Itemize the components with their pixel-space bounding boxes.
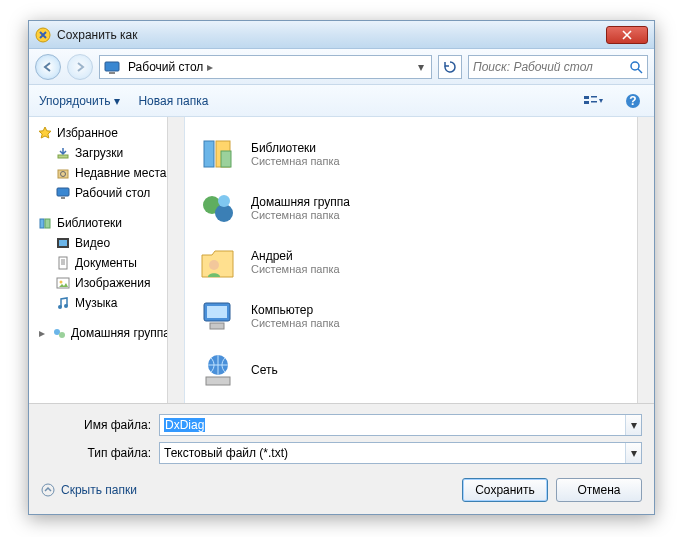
svg-point-25 [59,332,65,338]
search-icon[interactable] [629,60,643,74]
svg-rect-28 [221,151,231,167]
cancel-button[interactable]: Отмена [556,478,642,502]
svg-point-22 [58,305,62,309]
toolbar: Упорядочить ▾ Новая папка ▾ ? [29,85,654,117]
help-button[interactable]: ? [622,90,644,112]
list-item[interactable]: БиблиотекиСистемная папка [193,127,646,181]
list-item[interactable]: Домашняя группаСистемная папка [193,181,646,235]
chevron-down-icon: ▾ [599,96,603,105]
list-item[interactable]: Сеть [193,343,646,397]
close-button[interactable] [606,26,648,44]
breadcrumb-segment[interactable]: Рабочий стол ▸ [124,60,217,74]
svg-rect-5 [584,101,589,104]
svg-rect-7 [591,101,597,103]
svg-rect-6 [591,96,597,98]
app-icon [35,27,51,43]
libraries-icon [197,133,239,175]
filename-combobox[interactable]: DxDiag ▾ [159,414,642,436]
filename-input[interactable]: DxDiag [164,418,205,432]
svg-rect-10 [58,155,68,158]
tree-item-recent[interactable]: Недавние места [37,163,182,183]
tree-item-images[interactable]: Изображения [37,273,182,293]
chevron-down-icon: ▾ [114,94,120,108]
network-icon [197,349,239,391]
chevron-right-icon[interactable]: ▸ [37,326,47,340]
new-folder-button[interactable]: Новая папка [138,94,208,108]
view-options-button[interactable]: ▾ [582,90,604,112]
homegroup-icon [197,187,239,229]
chevron-right-icon: ▸ [207,60,213,74]
svg-text:?: ? [629,94,636,108]
music-icon [55,295,71,311]
image-icon [55,275,71,291]
chevron-up-icon [41,483,55,497]
address-bar[interactable]: Рабочий стол ▸ ▾ [99,55,432,79]
breadcrumb-label: Рабочий стол [128,60,203,74]
body: Избранное Загрузки Недавние места Рабочи… [29,117,654,404]
forward-button[interactable] [67,54,93,80]
desktop-icon [104,60,120,74]
window-title: Сохранить как [57,28,606,42]
tree-item-downloads[interactable]: Загрузки [37,143,182,163]
chevron-down-icon[interactable]: ▾ [625,443,641,463]
tree-item-video[interactable]: Видео [37,233,182,253]
svg-point-38 [42,484,54,496]
hide-folders-toggle[interactable]: Скрыть папки [41,483,137,497]
filetype-combobox[interactable]: Текстовый файл (*.txt) ▾ [159,442,642,464]
svg-rect-37 [206,377,230,385]
homegroup-icon [51,325,67,341]
list-scrollbar[interactable] [637,117,654,403]
nav-bar: Рабочий стол ▸ ▾ [29,49,654,85]
filename-label: Имя файла: [41,418,151,432]
tree-libraries[interactable]: Библиотеки [37,213,182,233]
svg-point-24 [54,329,60,335]
svg-rect-16 [45,219,50,228]
tree-item-documents[interactable]: Документы [37,253,182,273]
tree-item-music[interactable]: Музыка [37,293,182,313]
filetype-label: Тип файла: [41,446,151,460]
list-item[interactable]: АндрейСистемная папка [193,235,646,289]
svg-rect-4 [584,96,589,99]
svg-rect-35 [210,323,224,329]
video-icon [55,235,71,251]
save-button[interactable]: Сохранить [462,478,548,502]
refresh-button[interactable] [438,55,462,79]
tree-scrollbar[interactable] [167,117,184,403]
tree-favorites[interactable]: Избранное [37,123,182,143]
svg-point-3 [631,62,639,70]
file-list: БиблиотекиСистемная папка Домашняя групп… [185,117,654,403]
download-icon [55,145,71,161]
svg-rect-26 [204,141,214,167]
tree-homegroup[interactable]: ▸ Домашняя группа [37,323,182,343]
document-icon [55,255,71,271]
svg-rect-2 [109,72,115,74]
libraries-icon [37,215,53,231]
user-folder-icon [197,241,239,283]
computer-icon [197,295,239,337]
svg-rect-19 [59,257,67,269]
back-button[interactable] [35,54,61,80]
svg-rect-14 [61,197,65,199]
svg-point-21 [60,281,63,284]
svg-point-32 [209,260,219,270]
star-icon [37,125,53,141]
organize-menu[interactable]: Упорядочить ▾ [39,94,120,108]
svg-rect-1 [105,62,119,71]
tree-item-desktop[interactable]: Рабочий стол [37,183,182,203]
address-dropdown[interactable]: ▾ [415,60,427,74]
save-as-dialog: Сохранить как Рабочий стол ▸ ▾ [28,20,655,515]
svg-rect-34 [207,306,227,318]
nav-tree: Избранное Загрузки Недавние места Рабочи… [29,117,185,403]
titlebar: Сохранить как [29,21,654,49]
chevron-down-icon[interactable]: ▾ [625,415,641,435]
svg-rect-13 [57,188,69,196]
svg-rect-18 [59,240,67,246]
filetype-value: Текстовый файл (*.txt) [160,446,625,460]
svg-point-31 [218,195,230,207]
desktop-icon [55,185,71,201]
search-box[interactable] [468,55,648,79]
svg-point-23 [64,304,68,308]
search-input[interactable] [473,60,629,74]
bottom-panel: Имя файла: DxDiag ▾ Тип файла: Текстовый… [29,404,654,514]
list-item[interactable]: КомпьютерСистемная папка [193,289,646,343]
